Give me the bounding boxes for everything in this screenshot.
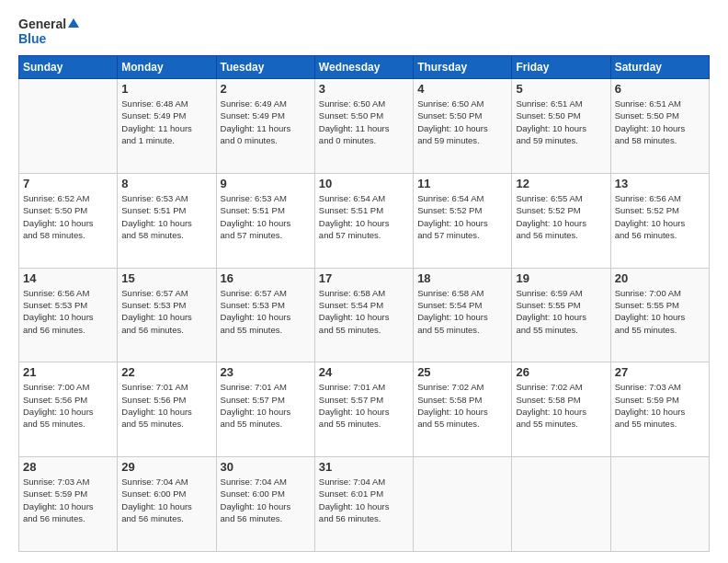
day-number: 2 <box>221 82 311 96</box>
cell-w5-d4: 31Sunrise: 7:04 AMSunset: 6:01 PMDayligh… <box>314 457 413 552</box>
day-info: Sunrise: 6:51 AMSunset: 5:50 PMDaylight:… <box>516 98 606 146</box>
day-number: 21 <box>23 365 113 379</box>
week-row-2: 7Sunrise: 6:52 AMSunset: 5:50 PMDaylight… <box>19 173 710 268</box>
cell-w3-d3: 16Sunrise: 6:57 AMSunset: 5:53 PMDayligh… <box>216 268 314 362</box>
day-number: 6 <box>615 82 705 96</box>
day-info: Sunrise: 7:04 AMSunset: 6:00 PMDaylight:… <box>121 476 211 524</box>
day-info: Sunrise: 6:58 AMSunset: 5:54 PMDaylight:… <box>417 287 507 336</box>
day-info: Sunrise: 6:50 AMSunset: 5:50 PMDaylight:… <box>417 98 507 146</box>
cell-w5-d5 <box>414 457 512 552</box>
cell-w1-d5: 4Sunrise: 6:50 AMSunset: 5:50 PMDaylight… <box>414 79 512 174</box>
cell-w1-d1 <box>19 79 118 174</box>
cell-w1-d4: 3Sunrise: 6:50 AMSunset: 5:50 PMDaylight… <box>314 79 413 174</box>
cell-w4-d6: 26Sunrise: 7:02 AMSunset: 5:58 PMDayligh… <box>512 362 610 457</box>
day-number: 4 <box>417 82 507 96</box>
day-info: Sunrise: 6:56 AMSunset: 5:52 PMDaylight:… <box>615 192 705 241</box>
day-info: Sunrise: 6:52 AMSunset: 5:50 PMDaylight:… <box>23 192 113 241</box>
day-number: 1 <box>121 82 211 96</box>
cell-w3-d4: 17Sunrise: 6:58 AMSunset: 5:54 PMDayligh… <box>314 268 413 362</box>
cell-w3-d5: 18Sunrise: 6:58 AMSunset: 5:54 PMDayligh… <box>414 268 512 362</box>
cell-w4-d1: 21Sunrise: 7:00 AMSunset: 5:56 PMDayligh… <box>19 362 118 457</box>
day-info: Sunrise: 6:55 AMSunset: 5:52 PMDaylight:… <box>516 192 606 241</box>
cell-w3-d7: 20Sunrise: 7:00 AMSunset: 5:55 PMDayligh… <box>610 268 709 362</box>
day-info: Sunrise: 6:51 AMSunset: 5:50 PMDaylight:… <box>615 98 705 146</box>
day-info: Sunrise: 7:02 AMSunset: 5:58 PMDaylight:… <box>516 381 606 430</box>
cell-w5-d2: 29Sunrise: 7:04 AMSunset: 6:00 PMDayligh… <box>118 457 216 552</box>
day-number: 20 <box>615 271 705 285</box>
cell-w2-d3: 9Sunrise: 6:53 AMSunset: 5:51 PMDaylight… <box>216 173 314 268</box>
day-info: Sunrise: 6:49 AMSunset: 5:49 PMDaylight:… <box>221 98 311 146</box>
day-info: Sunrise: 6:56 AMSunset: 5:53 PMDaylight:… <box>23 287 113 336</box>
day-info: Sunrise: 7:03 AMSunset: 5:59 PMDaylight:… <box>23 476 113 524</box>
cell-w5-d3: 30Sunrise: 7:04 AMSunset: 6:00 PMDayligh… <box>216 457 314 552</box>
day-number: 30 <box>221 460 311 474</box>
cell-w2-d4: 10Sunrise: 6:54 AMSunset: 5:51 PMDayligh… <box>314 173 413 268</box>
day-info: Sunrise: 7:04 AMSunset: 6:01 PMDaylight:… <box>319 476 409 524</box>
day-number: 15 <box>121 271 211 285</box>
day-number: 7 <box>23 177 113 190</box>
cell-w5-d7 <box>610 457 709 552</box>
cell-w2-d7: 13Sunrise: 6:56 AMSunset: 5:52 PMDayligh… <box>610 173 709 268</box>
day-info: Sunrise: 7:01 AMSunset: 5:57 PMDaylight:… <box>221 381 311 430</box>
cell-w5-d1: 28Sunrise: 7:03 AMSunset: 5:59 PMDayligh… <box>19 457 118 552</box>
day-info: Sunrise: 6:54 AMSunset: 5:51 PMDaylight:… <box>319 192 409 241</box>
day-number: 31 <box>319 460 409 474</box>
day-info: Sunrise: 6:57 AMSunset: 5:53 PMDaylight:… <box>221 287 311 336</box>
day-number: 10 <box>319 177 409 190</box>
day-info: Sunrise: 7:04 AMSunset: 6:00 PMDaylight:… <box>221 476 311 524</box>
day-number: 23 <box>221 365 311 379</box>
day-info: Sunrise: 7:01 AMSunset: 5:57 PMDaylight:… <box>319 381 409 430</box>
cell-w2-d5: 11Sunrise: 6:54 AMSunset: 5:52 PMDayligh… <box>414 173 512 268</box>
cell-w1-d3: 2Sunrise: 6:49 AMSunset: 5:49 PMDaylight… <box>216 79 314 174</box>
day-number: 18 <box>417 271 507 285</box>
calendar-table: SundayMondayTuesdayWednesdayThursdayFrid… <box>18 55 710 552</box>
cell-w2-d6: 12Sunrise: 6:55 AMSunset: 5:52 PMDayligh… <box>512 173 610 268</box>
day-number: 5 <box>516 82 606 96</box>
cell-w2-d2: 8Sunrise: 6:53 AMSunset: 5:51 PMDaylight… <box>118 173 216 268</box>
day-number: 22 <box>121 365 211 379</box>
day-number: 17 <box>319 271 409 285</box>
header-monday: Monday <box>118 56 216 79</box>
logo: General Blue <box>18 17 79 46</box>
week-row-3: 14Sunrise: 6:56 AMSunset: 5:53 PMDayligh… <box>19 268 710 362</box>
day-number: 13 <box>615 177 705 190</box>
day-number: 12 <box>516 177 606 190</box>
day-info: Sunrise: 6:53 AMSunset: 5:51 PMDaylight:… <box>221 192 311 241</box>
day-info: Sunrise: 6:59 AMSunset: 5:55 PMDaylight:… <box>516 287 606 336</box>
cell-w4-d4: 24Sunrise: 7:01 AMSunset: 5:57 PMDayligh… <box>314 362 413 457</box>
cell-w1-d2: 1Sunrise: 6:48 AMSunset: 5:49 PMDaylight… <box>118 79 216 174</box>
cell-w5-d6 <box>512 457 610 552</box>
week-row-1: 1Sunrise: 6:48 AMSunset: 5:49 PMDaylight… <box>19 79 710 174</box>
day-info: Sunrise: 6:54 AMSunset: 5:52 PMDaylight:… <box>417 192 507 241</box>
cell-w1-d6: 5Sunrise: 6:51 AMSunset: 5:50 PMDaylight… <box>512 79 610 174</box>
cell-w3-d1: 14Sunrise: 6:56 AMSunset: 5:53 PMDayligh… <box>19 268 118 362</box>
header-friday: Friday <box>512 56 610 79</box>
day-number: 14 <box>23 271 113 285</box>
day-number: 26 <box>516 365 606 379</box>
cell-w3-d6: 19Sunrise: 6:59 AMSunset: 5:55 PMDayligh… <box>512 268 610 362</box>
calendar-header-row: SundayMondayTuesdayWednesdayThursdayFrid… <box>19 56 710 79</box>
day-info: Sunrise: 7:00 AMSunset: 5:55 PMDaylight:… <box>615 287 705 336</box>
header: General Blue <box>18 17 710 46</box>
day-number: 11 <box>417 177 507 190</box>
day-number: 8 <box>121 177 211 190</box>
day-info: Sunrise: 7:03 AMSunset: 5:59 PMDaylight:… <box>615 381 705 430</box>
day-number: 16 <box>221 271 311 285</box>
day-info: Sunrise: 7:02 AMSunset: 5:58 PMDaylight:… <box>417 381 507 430</box>
day-number: 27 <box>615 365 705 379</box>
day-info: Sunrise: 6:50 AMSunset: 5:50 PMDaylight:… <box>319 98 409 146</box>
day-info: Sunrise: 6:53 AMSunset: 5:51 PMDaylight:… <box>121 192 211 241</box>
page: General Blue SundayMondayTuesdayWednesda… <box>0 0 728 563</box>
day-info: Sunrise: 7:00 AMSunset: 5:56 PMDaylight:… <box>23 381 113 430</box>
cell-w4-d3: 23Sunrise: 7:01 AMSunset: 5:57 PMDayligh… <box>216 362 314 457</box>
day-number: 25 <box>417 365 507 379</box>
header-saturday: Saturday <box>610 56 709 79</box>
header-thursday: Thursday <box>414 56 512 79</box>
day-info: Sunrise: 6:57 AMSunset: 5:53 PMDaylight:… <box>121 287 211 336</box>
day-number: 29 <box>121 460 211 474</box>
cell-w1-d7: 6Sunrise: 6:51 AMSunset: 5:50 PMDaylight… <box>610 79 709 174</box>
day-info: Sunrise: 6:48 AMSunset: 5:49 PMDaylight:… <box>121 98 211 146</box>
week-row-5: 28Sunrise: 7:03 AMSunset: 5:59 PMDayligh… <box>19 457 710 552</box>
day-info: Sunrise: 6:58 AMSunset: 5:54 PMDaylight:… <box>319 287 409 336</box>
day-number: 24 <box>319 365 409 379</box>
